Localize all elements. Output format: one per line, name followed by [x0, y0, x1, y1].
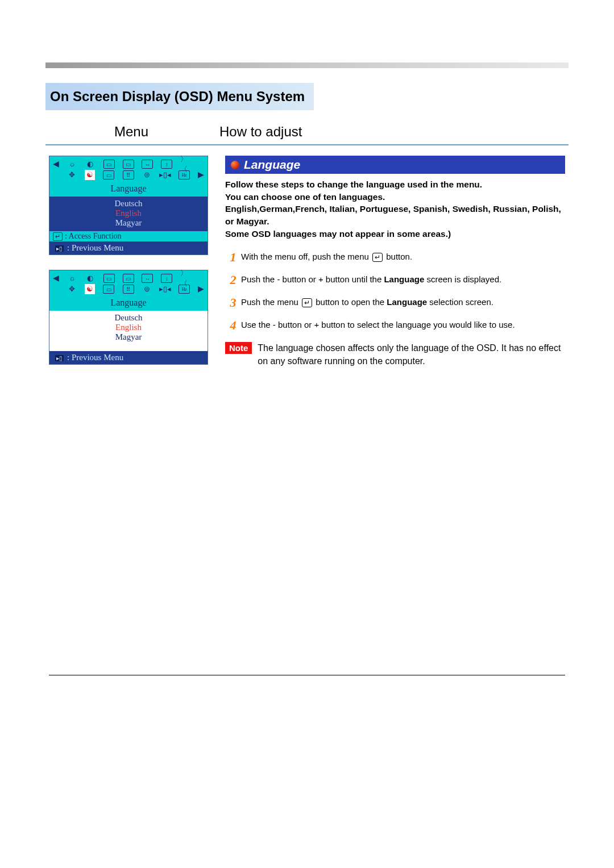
lang-item-deutsch: Deutsch: [49, 313, 208, 323]
language-icon: ☯: [85, 284, 95, 294]
step-number: 3: [225, 297, 241, 309]
osd-language-list: Deutsch English Magyar: [49, 311, 208, 345]
divider: [45, 144, 569, 145]
vsize-icon: ↕: [161, 274, 172, 283]
osd-title: Language: [49, 296, 208, 311]
nav-right-icon: ▶: [198, 171, 204, 179]
hpos-icon: ▭: [103, 160, 115, 169]
vsize-icon: ↕: [161, 160, 172, 169]
contrast-icon: ◐: [85, 273, 96, 283]
page-title: On Screen Display (OSD) Menu System: [45, 83, 314, 110]
geometry-icon: ✥: [67, 170, 77, 180]
color-icon: ⠿: [123, 170, 134, 180]
lang-item-english: English: [49, 323, 208, 332]
enter-key-icon: ↵: [372, 253, 383, 262]
osd-title: Language: [49, 182, 208, 197]
note: Note The language chosen affects only th…: [225, 342, 565, 368]
lang-item-deutsch: Deutsch: [49, 199, 208, 208]
recall-icon: ⊚: [142, 170, 152, 180]
step-text: Use the - button or + button to select t…: [241, 319, 565, 331]
zoom-icon: ▭: [103, 285, 114, 294]
osd-icon-grid: ◀ ☼ ◐ ▭ ▭ ↔ ↕ 〉〈 ✥ ☯ ▭: [49, 270, 208, 296]
color-icon: ⠿: [123, 285, 134, 294]
footer-rule: [49, 675, 565, 675]
exit-icon: ▸▯: [55, 355, 64, 361]
osd-previous-bar: ▸▯: Previous Menu: [49, 351, 208, 364]
vpos-icon: ▭: [123, 274, 134, 283]
header-bar: [45, 62, 569, 68]
lang-item-english: English: [49, 208, 208, 218]
step-1: 1 With the menu off, push the menu ↵ but…: [225, 251, 565, 264]
step-number: 4: [225, 319, 241, 332]
step-2: 2 Push the - button or + button until th…: [225, 274, 565, 286]
osd-language-list: Deutsch English Magyar: [49, 197, 208, 231]
brightness-icon: ☼: [67, 273, 77, 283]
bullet-icon: [231, 161, 239, 169]
hz-icon: Hz: [179, 285, 190, 294]
hpos-icon: ▭: [103, 274, 115, 283]
recall-icon: ⊚: [142, 284, 152, 294]
language-icon: ☯: [85, 170, 95, 180]
step-text: Push the menu ↵ button to open the Langu…: [241, 297, 565, 308]
vpos-icon: ▭: [123, 160, 134, 169]
nav-left-icon: ◀: [53, 160, 59, 168]
lang-item-magyar: Magyar: [49, 218, 208, 228]
osd-panel-access: ◀ ☼ ◐ ▭ ▭ ↔ ↕ 〉〈 ✥ ☯ ▭: [49, 156, 208, 255]
contrast-icon: ◐: [85, 159, 96, 169]
column-heading-howto: How to adjust: [219, 124, 565, 140]
moire-icon: ▸▯◂: [160, 284, 171, 294]
note-text: The language chosen affects only the lan…: [258, 342, 565, 368]
hsize-icon: ↔: [142, 274, 153, 283]
step-text: With the menu off, push the menu ↵ butto…: [241, 251, 565, 262]
brightness-icon: ☼: [67, 159, 77, 169]
step-4: 4 Use the - button or + button to select…: [225, 319, 565, 332]
exit-icon: ▸▯: [55, 245, 64, 252]
osd-panel-select: ◀ ☼ ◐ ▭ ▭ ↔ ↕ 〉〈 ✥ ☯ ▭: [49, 270, 208, 365]
hz-icon: Hz: [179, 170, 190, 180]
pincushion-icon: 〉〈: [180, 273, 190, 283]
osd-previous-bar: ▸▯: Previous Menu: [49, 241, 208, 254]
step-number: 1: [225, 251, 241, 264]
nav-right-icon: ▶: [198, 285, 204, 293]
moire-icon: ▸▯◂: [160, 170, 171, 180]
enter-key-icon: ↵: [302, 298, 312, 307]
geometry-icon: ✥: [67, 284, 77, 294]
enter-key-icon: ↵: [53, 232, 63, 241]
zoom-icon: ▭: [103, 170, 114, 180]
note-tag: Note: [225, 342, 252, 354]
step-number: 2: [225, 274, 241, 286]
pincushion-icon: 〉〈: [180, 159, 190, 169]
step-list: 1 With the menu off, push the menu ↵ but…: [225, 251, 565, 332]
column-heading-menu: Menu: [49, 124, 214, 140]
lang-item-magyar: Magyar: [49, 332, 208, 342]
hsize-icon: ↔: [142, 160, 153, 169]
osd-icon-grid: ◀ ☼ ◐ ▭ ▭ ↔ ↕ 〉〈 ✥ ☯ ▭: [49, 156, 208, 182]
nav-left-icon: ◀: [53, 274, 59, 282]
lead-text: Follow these steps to change the languag…: [225, 178, 565, 240]
section-heading: Language: [225, 156, 565, 174]
step-text: Push the - button or + button until the …: [241, 274, 565, 285]
step-3: 3 Push the menu ↵ button to open the Lan…: [225, 297, 565, 309]
osd-access-hint: ↵: Access Function: [49, 231, 208, 241]
